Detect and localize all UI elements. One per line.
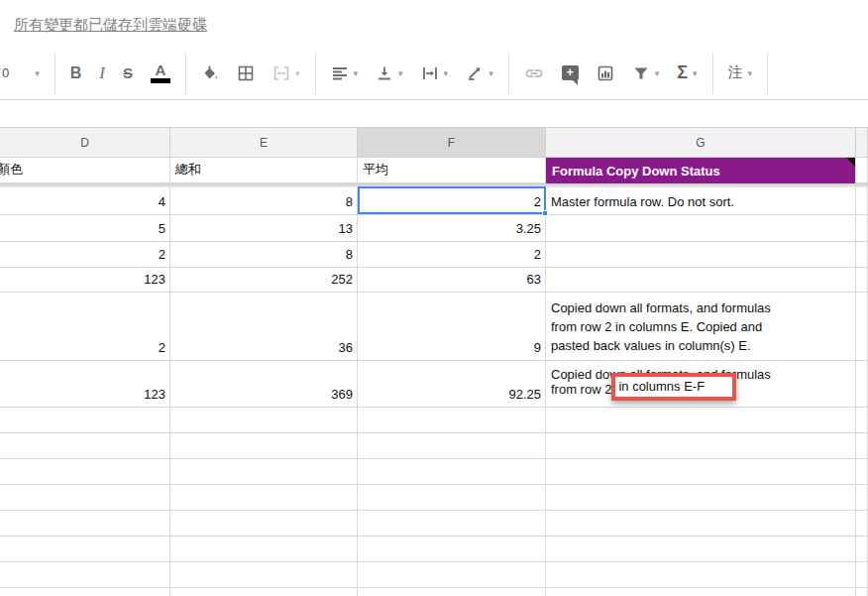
cell-d1[interactable]: 顏色 (0, 158, 170, 183)
bold-button[interactable]: B (61, 54, 91, 93)
insert-comment-button[interactable]: + (553, 54, 588, 93)
merge-cells-button[interactable]: ▾ (264, 54, 309, 93)
cell-h4[interactable] (856, 242, 868, 268)
functions-sum-button[interactable]: Σ ▾ (668, 54, 705, 93)
empty-cell[interactable] (170, 536, 358, 562)
empty-cell[interactable] (546, 433, 856, 459)
text-rotation-button[interactable]: ▾ (457, 54, 502, 93)
cell-f6[interactable]: 9 (358, 293, 546, 361)
cell-f3[interactable]: 3.25 (358, 215, 546, 242)
cell-d2[interactable]: 4 (0, 187, 170, 215)
text-wrap-button[interactable]: ▾ (412, 54, 458, 93)
cell-f5[interactable]: 63 (358, 268, 546, 293)
cell-e4[interactable]: 8 (170, 242, 358, 268)
fill-handle[interactable] (542, 210, 548, 216)
cell-h3[interactable] (856, 215, 868, 242)
empty-cell[interactable] (856, 536, 868, 562)
empty-cell[interactable] (546, 511, 856, 536)
borders-button[interactable] (228, 54, 264, 93)
empty-cell[interactable] (170, 562, 358, 588)
cell-h5[interactable] (856, 268, 868, 293)
cell-e2[interactable]: 8 (170, 187, 358, 215)
cell-e6[interactable]: 36 (170, 293, 358, 361)
all-changes-saved-link[interactable]: 所有變更都已儲存到雲端硬碟 (14, 16, 207, 33)
column-header-h-sliver[interactable] (856, 128, 868, 158)
empty-cell[interactable] (856, 433, 868, 459)
empty-cell[interactable] (546, 536, 856, 562)
cell-h1[interactable] (856, 158, 868, 183)
cell-d6[interactable]: 2 (0, 293, 170, 361)
cell-g4[interactable] (546, 242, 856, 268)
cell-e3[interactable]: 13 (170, 215, 358, 242)
cell-d7[interactable]: 123 (0, 361, 170, 408)
empty-cell[interactable] (358, 511, 546, 536)
empty-cell[interactable] (170, 408, 358, 433)
horizontal-align-button[interactable]: ▾ (322, 54, 368, 93)
cell-d4[interactable]: 2 (0, 242, 170, 268)
column-header-e[interactable]: E (170, 128, 358, 158)
column-header-d[interactable]: D (0, 128, 170, 158)
empty-cell[interactable] (0, 562, 170, 588)
empty-cell[interactable] (170, 433, 358, 459)
empty-cell[interactable] (358, 433, 546, 459)
insert-link-button[interactable] (515, 54, 553, 93)
empty-cell[interactable] (358, 408, 546, 433)
empty-cell[interactable] (358, 485, 546, 511)
cell-g6[interactable]: Copied down all formats, and formulas fr… (546, 293, 856, 361)
empty-cell[interactable] (856, 459, 868, 485)
cell-f1[interactable]: 平均 (358, 158, 546, 183)
empty-cell[interactable] (546, 459, 856, 485)
cell-e1[interactable]: 總和 (170, 158, 358, 183)
empty-cell[interactable] (0, 433, 170, 459)
empty-cell[interactable] (358, 536, 546, 562)
empty-cell[interactable] (856, 562, 868, 588)
cell-f2[interactable]: 2 (358, 187, 546, 215)
empty-cell[interactable] (170, 485, 358, 511)
italic-button[interactable]: I (90, 54, 114, 93)
empty-cell[interactable] (546, 588, 856, 596)
empty-cell[interactable] (170, 459, 358, 485)
empty-cell[interactable] (358, 588, 546, 596)
column-header-f[interactable]: F (358, 128, 546, 158)
cell-e7[interactable]: 369 (170, 361, 358, 408)
empty-cell[interactable] (0, 485, 170, 511)
column-header-g[interactable]: G (546, 128, 856, 158)
cell-g5[interactable] (546, 268, 856, 293)
empty-cell[interactable] (0, 408, 170, 433)
insert-chart-button[interactable] (588, 54, 623, 93)
cell-e5[interactable]: 252 (170, 268, 358, 293)
cell-f7[interactable]: 92.25 (358, 361, 546, 408)
empty-cell[interactable] (170, 511, 358, 536)
font-size-selector[interactable]: 0 ▾ (0, 54, 49, 93)
empty-cell[interactable] (546, 408, 856, 433)
empty-cell[interactable] (0, 511, 170, 536)
empty-cell[interactable] (856, 511, 868, 536)
cell-g1-status-header[interactable]: Formula Copy Down Status (546, 158, 856, 183)
empty-cell[interactable] (856, 408, 868, 433)
empty-cell[interactable] (358, 459, 546, 485)
empty-cell[interactable] (0, 459, 170, 485)
empty-cell[interactable] (358, 562, 546, 588)
cell-h6[interactable] (856, 293, 868, 361)
empty-cell[interactable] (856, 588, 868, 596)
empty-cell[interactable] (546, 485, 856, 511)
ime-input-button[interactable]: 注 ▾ (719, 54, 762, 93)
cell-h2[interactable] (856, 187, 868, 215)
empty-cell[interactable] (0, 536, 170, 562)
text-color-button[interactable]: A (142, 54, 179, 93)
fill-color-button[interactable] (192, 54, 228, 93)
cell-g7[interactable]: Copied down all formats, and formulas fr… (546, 361, 856, 408)
strikethrough-button[interactable]: S (114, 54, 142, 93)
empty-cell[interactable] (0, 588, 170, 596)
cell-f4[interactable]: 2 (358, 242, 546, 268)
filter-button[interactable]: ▾ (623, 54, 669, 93)
cell-g2[interactable]: Master formula row. Do not sort. (546, 187, 856, 215)
cell-d3[interactable]: 5 (0, 215, 170, 242)
empty-cell[interactable] (170, 588, 358, 596)
empty-cell[interactable] (546, 562, 856, 588)
cell-g3[interactable] (546, 215, 856, 242)
empty-cell[interactable] (856, 485, 868, 511)
cell-d5[interactable]: 123 (0, 268, 170, 293)
cell-h7[interactable] (856, 361, 868, 408)
vertical-align-button[interactable]: ▾ (367, 54, 412, 93)
